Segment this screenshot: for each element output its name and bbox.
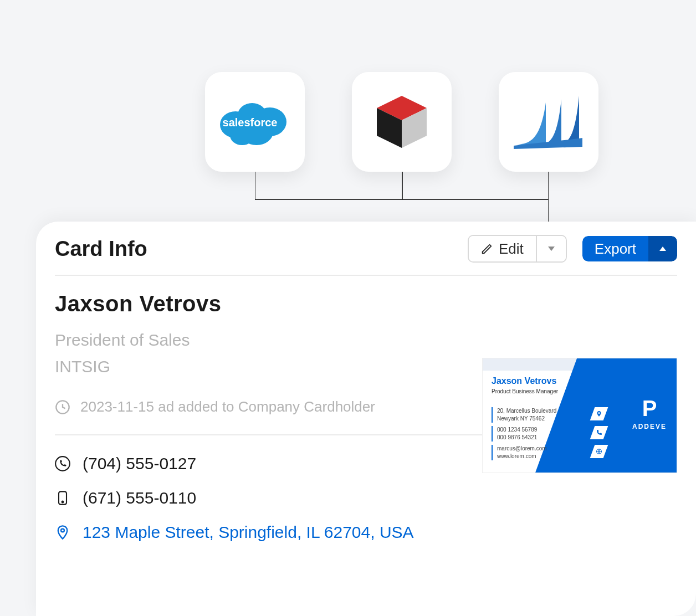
svg-marker-11: [659, 247, 666, 251]
panel-title: Card Info: [55, 237, 147, 261]
svg-point-14: [55, 456, 70, 471]
integration-tile-dynamics[interactable]: [499, 72, 598, 172]
caret-up-icon: [658, 245, 667, 252]
phone-office-value: (671) 555-0110: [83, 489, 196, 507]
export-button[interactable]: Export: [582, 236, 648, 261]
svg-marker-10: [548, 247, 555, 251]
phone-office-row[interactable]: (671) 555-0110: [55, 481, 696, 515]
export-button-label: Export: [595, 240, 636, 258]
edit-button[interactable]: Edit: [469, 236, 536, 261]
business-card-thumbnail[interactable]: Jaxson Vetrovs Product Business Manager …: [482, 358, 677, 473]
contact-name: Jaxson Vetrovs: [55, 291, 696, 316]
salesforce-icon: salesforce: [213, 94, 296, 150]
pencil-icon: [481, 243, 493, 255]
cube-icon: [371, 91, 432, 152]
address-row[interactable]: 123 Maple Street, Springfield, IL 62704,…: [55, 515, 696, 550]
address-value: 123 Maple Street, Springfield, IL 62704,…: [83, 523, 414, 542]
mobile-icon: [55, 490, 70, 506]
bizcard-addr2: Newyark NY 75462: [497, 415, 556, 423]
location-pin-icon: [55, 525, 70, 540]
bizcard-role: Product Business Manager: [492, 388, 558, 394]
svg-text:salesforce: salesforce: [223, 116, 278, 129]
edit-button-label: Edit: [499, 240, 524, 258]
caret-down-icon: [547, 245, 556, 252]
divider: [55, 275, 677, 276]
bizcard-web: www.lorem.com: [497, 453, 556, 460]
card-info-panel: Card Info Edit E: [36, 222, 696, 616]
timestamp-text: 2023-11-15 ad added to Company Cardholde…: [80, 398, 375, 415]
bizcard-phone1: 000 1234 56789: [497, 426, 556, 434]
dynamics-icon: [513, 91, 585, 152]
bizcard-addr1: 20, Marcellus Boulevard: [497, 407, 556, 415]
export-dropdown-button[interactable]: [648, 236, 677, 261]
edit-dropdown-button[interactable]: [536, 236, 566, 261]
integration-tile-sugarcrm[interactable]: [352, 72, 452, 172]
bizcard-brand: P ADDEVE: [632, 397, 667, 430]
svg-point-16: [62, 501, 64, 503]
phone-cell-value: (704) 555-0127: [83, 454, 196, 473]
bizcard-name: Jaxson Vetrovs: [492, 376, 556, 386]
clock-icon: [55, 399, 70, 415]
bizcard-phone2: 000 9876 54321: [497, 434, 556, 442]
bizcard-email: marcus@lorem.com: [497, 445, 556, 453]
export-button-group: Export: [582, 236, 677, 261]
integration-tile-salesforce[interactable]: salesforce: [205, 72, 305, 172]
svg-point-17: [61, 529, 64, 532]
phone-icon: [55, 456, 70, 471]
contact-title: President of Sales: [55, 331, 696, 350]
edit-button-group: Edit: [468, 235, 567, 263]
